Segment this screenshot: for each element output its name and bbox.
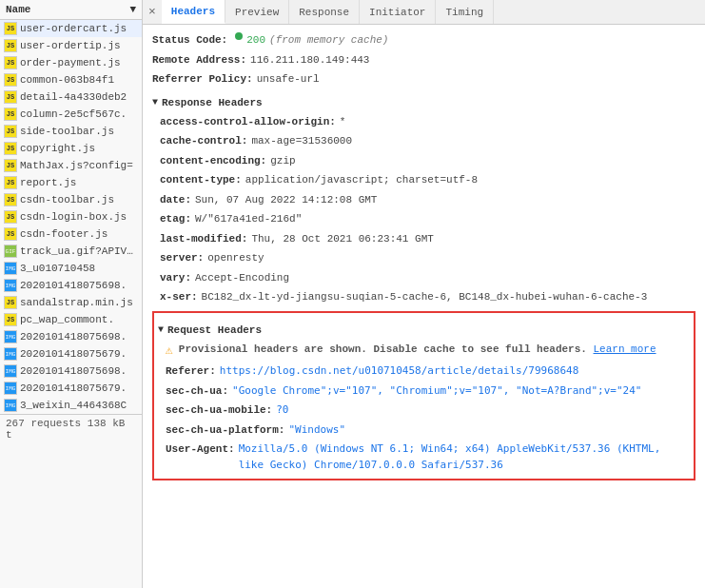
tabs-container: HeadersPreviewResponseInitiatorTiming	[162, 0, 494, 24]
response-headers-toggle[interactable]: ▼ Response Headers	[152, 93, 695, 112]
sidebar-item-label: common-063b84f1	[20, 74, 114, 86]
sidebar-item[interactable]: JScopyright.js	[0, 140, 142, 157]
sidebar-item-label: column-2e5cf567c.	[20, 108, 127, 120]
response-header-row: access-control-allow-origin: *	[160, 112, 695, 132]
sidebar-item[interactable]: JSside-toolbar.js	[0, 123, 142, 140]
response-header-value: BC182_dx-lt-yd-jiangsu-suqian-5-cache-6,…	[202, 289, 648, 305]
remote-address-row: Remote Address: 116.211.180.149:443	[152, 50, 695, 70]
response-header-row: etag: W/"617a41ed-216d"	[160, 209, 695, 229]
file-type-icon: IMG	[4, 399, 17, 412]
response-header-value: application/javascript; charset=utf-8	[245, 172, 478, 188]
request-header-name: sec-ch-ua-mobile:	[166, 402, 272, 419]
file-type-icon: JS	[4, 296, 17, 309]
sidebar-item-label: 2020101418075698.	[20, 365, 127, 377]
sidebar-item[interactable]: IMG2020101418075679.	[0, 380, 142, 397]
file-type-icon: IMG	[4, 330, 17, 343]
learn-more-link[interactable]: Learn more	[594, 343, 656, 355]
file-type-icon: JS	[4, 313, 17, 326]
response-headers-list: access-control-allow-origin: *cache-cont…	[152, 112, 695, 307]
status-code-value: 200	[246, 32, 265, 49]
request-header-row: User-Agent: Mozilla/5.0 (Windows NT 6.1;…	[166, 440, 690, 475]
sidebar-item[interactable]: JSMathJax.js?config=	[0, 157, 142, 174]
tab-headers[interactable]: Headers	[162, 0, 225, 24]
sidebar-item[interactable]: IMG3_weixin_4464368C	[0, 397, 142, 414]
sidebar-item[interactable]: JSsandalstrap.min.js	[0, 294, 142, 311]
sidebar-item-label: 2020101418075679.	[20, 348, 127, 360]
sidebar-item[interactable]: JSuser-ordercart.js	[0, 20, 142, 37]
response-headers-title: Response Headers	[162, 97, 263, 108]
warning-bold-text: Provisional headers are shown. Disable c…	[179, 343, 594, 355]
sidebar-header: Name ▼	[0, 0, 142, 20]
tab-response[interactable]: Response	[289, 0, 360, 24]
sidebar-item[interactable]: JScolumn-2e5cf567c.	[0, 106, 142, 123]
file-type-icon: JS	[4, 142, 17, 155]
response-header-name: last-modified:	[160, 231, 247, 247]
sidebar-item-label: 2020101418075679.	[20, 382, 127, 394]
sidebar-item[interactable]: IMG2020101418075698.	[0, 363, 142, 380]
sidebar: Name ▼ JSuser-ordercart.jsJSuser-orderti…	[0, 0, 143, 588]
status-cache-text: (from memory cache)	[269, 32, 388, 49]
close-tab-button[interactable]: ×	[143, 0, 162, 24]
sidebar-item-label: 2020101418075698.	[20, 280, 127, 291]
sidebar-item-label: detail-4a4330deb2	[20, 91, 127, 103]
response-header-name: vary:	[160, 270, 191, 286]
file-type-icon: IMG	[4, 279, 17, 292]
request-header-row: sec-ch-ua-platform: "Windows"	[166, 421, 690, 441]
file-type-icon: GIF	[4, 245, 17, 258]
sidebar-item[interactable]: JScsdn-footer.js	[0, 225, 142, 243]
file-type-icon: JS	[4, 176, 17, 189]
sidebar-item[interactable]: JScommon-063b84f1	[0, 71, 142, 88]
file-type-icon: JS	[4, 227, 17, 241]
request-headers-list: Referer: https://blog.csdn.net/u01071045…	[158, 362, 690, 475]
sidebar-item-label: 2020101418075698.	[20, 331, 127, 343]
file-type-icon: JS	[4, 193, 17, 206]
sidebar-item-label: MathJax.js?config=	[20, 160, 133, 171]
request-header-name: sec-ch-ua-platform:	[166, 422, 284, 439]
file-type-icon: JS	[4, 22, 17, 35]
request-header-name: Referer:	[166, 363, 216, 380]
request-header-value: "Windows"	[288, 422, 345, 439]
sidebar-footer: 267 requests 138 kB t	[0, 414, 142, 443]
sidebar-item[interactable]: IMG2020101418075698.	[0, 277, 142, 294]
sidebar-item[interactable]: JSpc_wap_commont.	[0, 311, 142, 328]
file-type-icon: JS	[4, 108, 17, 121]
sidebar-item[interactable]: JSuser-ordertip.js	[0, 37, 142, 54]
response-header-row: date: Sun, 07 Aug 2022 14:12:08 GMT	[160, 190, 695, 210]
response-header-row: vary: Accept-Encoding	[160, 268, 695, 288]
sidebar-item-label: sandalstrap.min.js	[20, 297, 133, 308]
sidebar-item-label: 3_weixin_4464368C	[20, 400, 127, 411]
sidebar-item[interactable]: JScsdn-login-box.js	[0, 208, 142, 225]
tab-preview[interactable]: Preview	[225, 0, 289, 24]
sidebar-item-label: user-ordertip.js	[20, 40, 121, 51]
request-header-value: "Google Chrome";v="107", "Chromium";v="1…	[232, 383, 641, 400]
tab-initiator[interactable]: Initiator	[360, 0, 436, 24]
response-header-name: server:	[160, 250, 204, 266]
sidebar-item[interactable]: JSreport.js	[0, 174, 142, 191]
file-type-icon: JS	[4, 39, 17, 52]
sidebar-item[interactable]: IMG2020101418075698.	[0, 328, 142, 345]
file-type-icon: JS	[4, 210, 17, 224]
sidebar-item-label: csdn-footer.js	[20, 228, 108, 240]
response-header-row: content-type: application/javascript; ch…	[160, 170, 695, 190]
tab-timing[interactable]: Timing	[436, 0, 494, 24]
request-headers-toggle[interactable]: ▼ Request Headers	[158, 321, 690, 340]
sidebar-header-label: Name	[6, 4, 30, 15]
response-header-value: Thu, 28 Oct 2021 06:23:41 GMT	[251, 231, 433, 247]
sidebar-footer-text: 267 requests 138 kB t	[6, 418, 125, 441]
sidebar-sort-icon: ▼	[129, 4, 136, 15]
content-area: Status Code: 200 (from memory cache) Rem…	[143, 25, 705, 588]
sidebar-item[interactable]: IMG2020101418075679.	[0, 345, 142, 363]
sidebar-item[interactable]: JScsdn-toolbar.js	[0, 191, 142, 208]
sidebar-item-label: 3_u010710458	[20, 263, 95, 274]
sidebar-item-label: copyright.js	[20, 143, 95, 154]
sidebar-item[interactable]: IMG3_u010710458	[0, 260, 142, 277]
sidebar-item[interactable]: JSdetail-4a4330deb2	[0, 88, 142, 106]
file-type-icon: IMG	[4, 382, 17, 395]
sidebar-item[interactable]: JSorder-payment.js	[0, 54, 142, 71]
sidebar-item[interactable]: GIFtrack_ua.gif?APIVer	[0, 243, 142, 260]
remote-address-value: 116.211.180.149:443	[250, 52, 369, 69]
response-header-name: content-encoding:	[160, 153, 266, 169]
request-headers-triangle: ▼	[158, 324, 164, 335]
request-header-name: sec-ch-ua:	[166, 383, 228, 400]
response-header-row: last-modified: Thu, 28 Oct 2021 06:23:41…	[160, 229, 695, 249]
